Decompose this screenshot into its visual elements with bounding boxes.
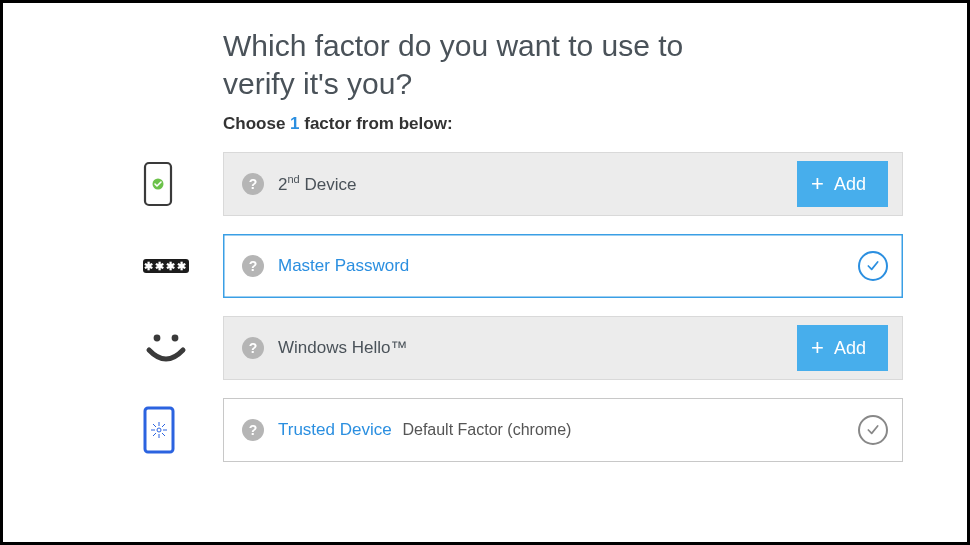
svg-line-12 [162,424,165,427]
help-icon[interactable]: ? [242,337,264,359]
factor-label-trusted-device: Trusted Device Default Factor (chrome) [278,420,571,440]
svg-line-11 [162,433,165,436]
add-second-device-button[interactable]: + Add [797,161,888,207]
factor-list: ? 2nd Device + Add ✱✱✱✱ ? [143,152,903,462]
factor-row-windows-hello: ? Windows Hello™ + Add [143,316,903,380]
add-windows-hello-button[interactable]: + Add [797,325,888,371]
factor-card-second-device[interactable]: ? 2nd Device + Add [223,152,903,216]
svg-point-5 [157,428,161,432]
factor-row-master-password: ✱✱✱✱ ? Master Password [143,234,903,298]
svg-rect-4 [145,408,173,452]
svg-point-3 [172,335,179,342]
password-icon: ✱✱✱✱ [143,234,223,298]
choose-count: 1 [290,114,299,133]
factor-row-trusted-device: ? Trusted Device Default Factor (chrome) [143,398,903,462]
factor-card-trusted-device[interactable]: ? Trusted Device Default Factor (chrome) [223,398,903,462]
choose-instruction: Choose 1 factor from below: [143,114,903,134]
choose-prefix: Choose [223,114,290,133]
factor-label-master-password: Master Password [278,256,409,276]
plus-icon: + [811,173,824,195]
svg-line-10 [153,424,156,427]
factor-card-windows-hello[interactable]: ? Windows Hello™ + Add [223,316,903,380]
svg-point-2 [154,335,161,342]
choose-suffix: factor from below: [300,114,453,133]
phone-icon [143,152,223,216]
factor-card-master-password[interactable]: ? Master Password [223,234,903,298]
trusted-device-icon [143,398,223,462]
help-icon[interactable]: ? [242,255,264,277]
svg-line-13 [153,433,156,436]
page-title: Which factor do you want to use to verif… [143,27,703,102]
factor-label-windows-hello: Windows Hello™ [278,338,407,358]
help-icon[interactable]: ? [242,419,264,441]
help-icon[interactable]: ? [242,173,264,195]
factor-row-second-device: ? 2nd Device + Add [143,152,903,216]
plus-icon: + [811,337,824,359]
selected-check-icon [858,251,888,281]
check-icon [858,415,888,445]
factor-label-second-device: 2nd Device [278,173,356,195]
smile-icon [143,316,223,380]
add-button-label: Add [834,174,866,195]
add-button-label: Add [834,338,866,359]
